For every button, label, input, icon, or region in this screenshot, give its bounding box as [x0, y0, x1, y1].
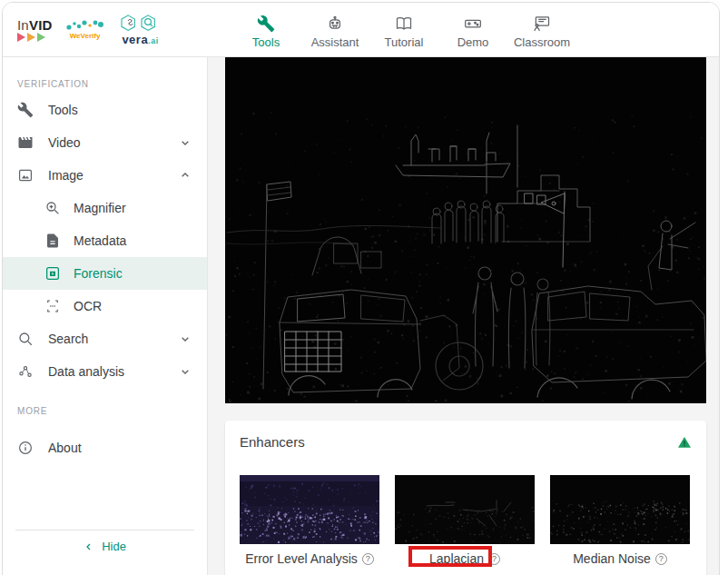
- invid-logo: InVID: [17, 18, 53, 42]
- sidebar-item-tools[interactable]: Tools: [3, 94, 207, 126]
- wrench-icon: [257, 15, 275, 33]
- nav-tools[interactable]: Tools: [231, 11, 300, 49]
- search-icon: [17, 331, 34, 347]
- help-circle-icon[interactable]: ?: [655, 553, 667, 565]
- laplacian-edges-graphic: [225, 57, 706, 403]
- chevron-left-icon: [84, 541, 94, 552]
- image-icon: [17, 167, 34, 183]
- help-circle-icon[interactable]: ?: [362, 553, 374, 565]
- enhancer-label: Laplacian: [429, 551, 484, 566]
- document-icon: [44, 233, 61, 249]
- vera-hexagons-icon: [118, 14, 163, 34]
- enhancer-label: Median Noise: [573, 551, 651, 566]
- wrench-icon: [17, 102, 34, 118]
- top-nav: Tools Assistant Tutorial: [231, 11, 576, 49]
- logo-group: InVID WeVerify: [3, 14, 212, 45]
- sidebar-item-metadata[interactable]: Metadata: [3, 224, 207, 257]
- sidebar-item-search[interactable]: Search: [3, 322, 207, 355]
- sidebar-item-data-analysis[interactable]: Data analysis: [3, 355, 207, 388]
- robot-icon: [326, 15, 344, 33]
- enhancers-card: Enhancers: [225, 421, 706, 575]
- hide-sidebar-button[interactable]: Hide: [3, 540, 207, 553]
- vera-ai-logo: vera.ai: [118, 14, 163, 45]
- sidebar-item-magnifier[interactable]: Magnifier: [3, 192, 207, 224]
- sidebar-section-more: MORE: [3, 388, 207, 421]
- ocr-brackets-icon: [44, 298, 61, 314]
- enhancer-median-noise: Median Noise ?: [550, 475, 690, 566]
- chevron-down-icon: [178, 135, 192, 150]
- classroom-icon: [533, 15, 551, 33]
- forensic-icon: [44, 265, 61, 282]
- sidebar-item-ocr[interactable]: OCR: [3, 290, 207, 322]
- forensic-result-image[interactable]: [225, 57, 706, 403]
- chevron-down-icon: [178, 332, 192, 346]
- enhancers-title: Enhancers: [240, 434, 305, 450]
- book-icon: [395, 15, 413, 33]
- weverify-logo: WeVerify: [65, 19, 105, 40]
- zoom-in-icon: [44, 200, 61, 216]
- top-header: InVID WeVerify: [3, 3, 719, 57]
- plugin-panel: InVID WeVerify: [2, 2, 720, 575]
- scatter-icon: [17, 363, 34, 380]
- nav-classroom[interactable]: Classroom: [507, 11, 576, 49]
- sidebar-item-about[interactable]: About: [3, 431, 207, 464]
- chevron-down-icon: [178, 364, 192, 379]
- nav-tutorial[interactable]: Tutorial: [369, 11, 438, 49]
- sidebar-item-image[interactable]: Image: [3, 159, 207, 192]
- laplacian-thumbnail[interactable]: [395, 475, 535, 544]
- help-circle-icon[interactable]: ?: [488, 553, 500, 565]
- weverify-dots-icon: [65, 19, 105, 32]
- gamepad-icon: [464, 15, 482, 33]
- warning-triangle-icon[interactable]: [677, 435, 692, 450]
- sidebar: VERIFICATION Tools Video Image Magnifier: [3, 57, 208, 575]
- sidebar-item-video[interactable]: Video: [3, 126, 207, 159]
- main-content: Enhancers: [208, 57, 720, 575]
- enhancer-label: Error Level Analysis: [245, 551, 358, 566]
- enhancer-thumbnails: Error Level Analysis ?: [225, 450, 706, 566]
- enhancer-ela: Error Level Analysis ?: [240, 475, 379, 566]
- invid-triangles-icon: [17, 33, 53, 42]
- median-noise-thumbnail[interactable]: [550, 475, 690, 544]
- chevron-up-icon: [178, 168, 192, 183]
- nav-demo[interactable]: Demo: [438, 11, 507, 49]
- ela-thumbnail[interactable]: [240, 475, 379, 544]
- sidebar-divider: [15, 530, 194, 530]
- film-icon: [17, 134, 34, 151]
- sidebar-item-forensic[interactable]: Forensic: [3, 257, 207, 290]
- info-icon: [17, 440, 34, 456]
- sidebar-section-verification: VERIFICATION: [3, 57, 207, 94]
- nav-assistant[interactable]: Assistant: [300, 11, 369, 49]
- enhancer-laplacian: Laplacian ?: [395, 475, 535, 566]
